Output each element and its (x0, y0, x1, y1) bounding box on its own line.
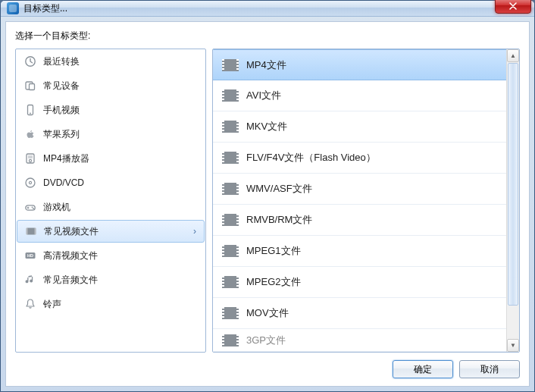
format-item-mpeg1[interactable]: MPEG1文件 (213, 236, 519, 267)
prompt-label: 选择一个目标类型: (15, 30, 520, 42)
category-panel: 最近转换 常见设备 手机视频 苹果系列 MP4播放器 (15, 49, 206, 353)
client-area: 选择一个目标类型: 最近转换 常见设备 手机视频 苹果系列 (5, 21, 530, 387)
category-common-video[interactable]: 常见视频文件 › (17, 220, 205, 243)
device-icon (23, 79, 37, 93)
category-devices[interactable]: 常见设备 (16, 74, 205, 98)
film-icon (222, 276, 239, 288)
category-label: 高清视频文件 (43, 249, 98, 262)
disc-icon (23, 176, 37, 190)
format-label: AVI文件 (246, 89, 281, 102)
format-label: MPEG2文件 (246, 275, 301, 289)
film-icon (222, 89, 239, 102)
app-icon (7, 2, 19, 14)
ok-button[interactable]: 确定 (393, 360, 453, 378)
film-icon (222, 152, 239, 164)
phone-icon (23, 103, 37, 117)
close-icon (509, 2, 517, 10)
format-item-rmvb[interactable]: RMVB/RM文件 (213, 205, 519, 236)
category-game[interactable]: 游戏机 (16, 195, 205, 219)
format-label: MPEG1文件 (246, 244, 301, 258)
category-apple[interactable]: 苹果系列 (16, 122, 205, 146)
film-icon (222, 334, 239, 347)
svg-point-4 (30, 113, 31, 114)
close-button[interactable] (495, 0, 531, 14)
category-label: 苹果系列 (43, 128, 80, 141)
format-label: MKV文件 (246, 120, 287, 133)
format-item-avi[interactable]: AVI文件 (213, 80, 519, 111)
format-item-flv[interactable]: FLV/F4V文件（Flash Video） (213, 143, 519, 174)
film-icon (222, 121, 239, 133)
format-item-mp4[interactable]: MP4文件 (213, 49, 519, 80)
title-bar[interactable]: 目标类型... (1, 1, 534, 17)
format-panel: MP4文件 AVI文件 MKV文件 FLV/F4V文件（Flash Video） (212, 49, 520, 353)
video-icon (24, 224, 38, 238)
format-label: WMV/ASF文件 (246, 182, 312, 196)
format-label: RMVB/RM文件 (246, 213, 312, 227)
category-mobile[interactable]: 手机视频 (16, 98, 205, 122)
format-list: MP4文件 AVI文件 MKV文件 FLV/F4V文件（Flash Video） (213, 49, 519, 352)
category-label: 铃声 (43, 298, 61, 311)
bell-icon (23, 297, 37, 311)
svg-rect-14 (27, 228, 28, 235)
category-mp4player[interactable]: MP4播放器 (16, 146, 205, 171)
svg-point-8 (26, 178, 35, 187)
category-label: 常见音频文件 (43, 274, 98, 287)
category-label: 常见设备 (43, 80, 80, 93)
window-title: 目标类型... (23, 2, 67, 15)
film-icon (222, 183, 239, 195)
format-item-3gp[interactable]: 3GP文件 (213, 329, 519, 352)
dialog-window: 目标类型... 选择一个目标类型: 最近转换 常见设备 手机视频 (0, 0, 535, 392)
gamepad-icon (23, 200, 37, 214)
clock-icon (23, 55, 37, 68)
category-dvd[interactable]: DVD/VCD (16, 171, 205, 195)
apple-icon (23, 127, 37, 141)
format-item-wmv[interactable]: WMV/ASF文件 (213, 174, 519, 205)
category-label: MP4播放器 (43, 152, 89, 165)
category-ringtone[interactable]: 铃声 (16, 292, 205, 316)
scrollbar[interactable]: ▲ ▼ (506, 49, 519, 352)
format-item-mov[interactable]: MOV文件 (213, 298, 519, 329)
format-item-mpeg2[interactable]: MPEG2文件 (213, 267, 519, 298)
svg-point-10 (32, 206, 33, 208)
svg-point-9 (29, 181, 31, 183)
format-item-mkv[interactable]: MKV文件 (213, 111, 519, 143)
player-icon (23, 152, 37, 165)
film-icon (222, 307, 239, 319)
category-label: 常见视频文件 (44, 225, 99, 238)
chevron-right-icon: › (193, 226, 196, 237)
category-label: 最近转换 (43, 55, 80, 68)
button-bar: 确定 取消 (15, 360, 520, 378)
cancel-label: 取消 (480, 363, 499, 376)
cancel-button[interactable]: 取消 (459, 360, 520, 378)
ok-label: 确定 (414, 363, 432, 376)
category-label: DVD/VCD (43, 177, 84, 188)
category-hd-video[interactable]: HD 高清视频文件 (16, 243, 205, 268)
format-label: FLV/F4V文件（Flash Video） (246, 151, 376, 165)
category-label: 游戏机 (43, 201, 70, 214)
svg-point-11 (33, 208, 34, 209)
svg-text:HD: HD (27, 253, 33, 258)
format-label: 3GP文件 (246, 334, 286, 347)
columns: 最近转换 常见设备 手机视频 苹果系列 MP4播放器 (15, 49, 520, 353)
category-label: 手机视频 (43, 104, 80, 117)
audio-icon (23, 273, 37, 287)
format-label: MP4文件 (246, 58, 286, 72)
svg-rect-2 (30, 84, 35, 90)
svg-rect-15 (35, 228, 36, 235)
hd-icon: HD (23, 249, 37, 262)
svg-point-7 (29, 159, 31, 162)
category-recent[interactable]: 最近转换 (16, 49, 205, 74)
scroll-down-button[interactable]: ▼ (507, 339, 519, 352)
scroll-up-button[interactable]: ▲ (507, 49, 519, 62)
scroll-thumb[interactable] (508, 63, 518, 306)
format-label: MOV文件 (246, 306, 289, 320)
category-audio[interactable]: 常见音频文件 (16, 268, 205, 292)
film-icon (222, 59, 239, 71)
svg-rect-6 (28, 155, 33, 158)
film-icon (222, 214, 239, 226)
film-icon (222, 245, 239, 257)
